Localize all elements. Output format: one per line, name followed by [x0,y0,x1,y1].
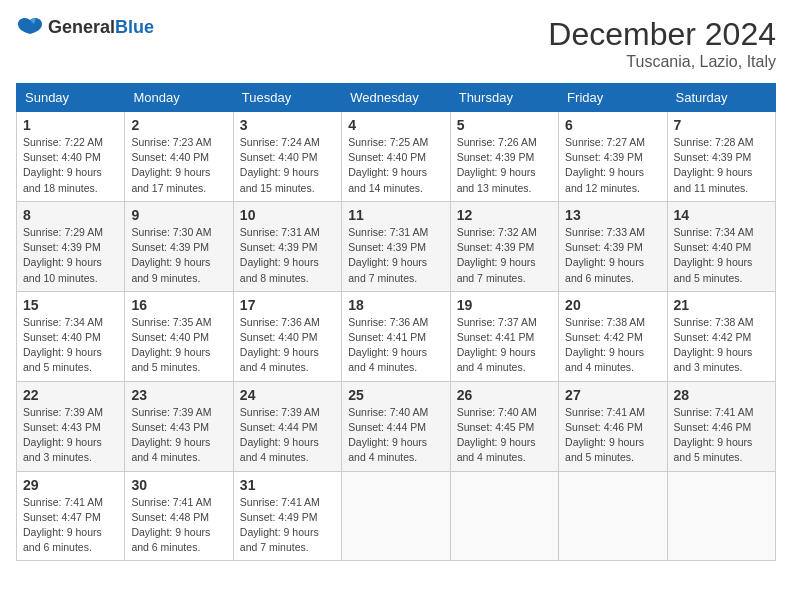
day-cell: 30Sunrise: 7:41 AM Sunset: 4:48 PM Dayli… [125,471,233,561]
day-number: 31 [240,477,335,493]
day-cell: 9Sunrise: 7:30 AM Sunset: 4:39 PM Daylig… [125,201,233,291]
day-cell: 20Sunrise: 7:38 AM Sunset: 4:42 PM Dayli… [559,291,667,381]
day-number: 29 [23,477,118,493]
day-cell: 14Sunrise: 7:34 AM Sunset: 4:40 PM Dayli… [667,201,775,291]
day-number: 14 [674,207,769,223]
day-cell: 5Sunrise: 7:26 AM Sunset: 4:39 PM Daylig… [450,112,558,202]
day-info: Sunrise: 7:38 AM Sunset: 4:42 PM Dayligh… [674,315,769,376]
title-block: December 2024 Tuscania, Lazio, Italy [548,16,776,71]
col-friday: Friday [559,84,667,112]
day-cell [559,471,667,561]
day-info: Sunrise: 7:22 AM Sunset: 4:40 PM Dayligh… [23,135,118,196]
calendar-subtitle: Tuscania, Lazio, Italy [548,53,776,71]
day-info: Sunrise: 7:41 AM Sunset: 4:47 PM Dayligh… [23,495,118,556]
day-info: Sunrise: 7:34 AM Sunset: 4:40 PM Dayligh… [23,315,118,376]
day-cell [667,471,775,561]
day-info: Sunrise: 7:36 AM Sunset: 4:40 PM Dayligh… [240,315,335,376]
col-monday: Monday [125,84,233,112]
day-info: Sunrise: 7:41 AM Sunset: 4:46 PM Dayligh… [674,405,769,466]
day-info: Sunrise: 7:36 AM Sunset: 4:41 PM Dayligh… [348,315,443,376]
logo-text: GeneralBlue [48,17,154,38]
day-cell: 7Sunrise: 7:28 AM Sunset: 4:39 PM Daylig… [667,112,775,202]
day-info: Sunrise: 7:38 AM Sunset: 4:42 PM Dayligh… [565,315,660,376]
week-row-2: 8Sunrise: 7:29 AM Sunset: 4:39 PM Daylig… [17,201,776,291]
day-number: 9 [131,207,226,223]
day-cell: 27Sunrise: 7:41 AM Sunset: 4:46 PM Dayli… [559,381,667,471]
day-number: 10 [240,207,335,223]
day-number: 30 [131,477,226,493]
logo-blue: Blue [115,17,154,37]
day-number: 22 [23,387,118,403]
day-cell: 6Sunrise: 7:27 AM Sunset: 4:39 PM Daylig… [559,112,667,202]
day-number: 15 [23,297,118,313]
day-info: Sunrise: 7:33 AM Sunset: 4:39 PM Dayligh… [565,225,660,286]
col-tuesday: Tuesday [233,84,341,112]
day-cell: 12Sunrise: 7:32 AM Sunset: 4:39 PM Dayli… [450,201,558,291]
day-cell: 3Sunrise: 7:24 AM Sunset: 4:40 PM Daylig… [233,112,341,202]
day-number: 12 [457,207,552,223]
day-info: Sunrise: 7:31 AM Sunset: 4:39 PM Dayligh… [240,225,335,286]
week-row-5: 29Sunrise: 7:41 AM Sunset: 4:47 PM Dayli… [17,471,776,561]
col-wednesday: Wednesday [342,84,450,112]
day-number: 24 [240,387,335,403]
day-cell: 16Sunrise: 7:35 AM Sunset: 4:40 PM Dayli… [125,291,233,381]
day-cell: 10Sunrise: 7:31 AM Sunset: 4:39 PM Dayli… [233,201,341,291]
day-info: Sunrise: 7:26 AM Sunset: 4:39 PM Dayligh… [457,135,552,196]
day-cell: 17Sunrise: 7:36 AM Sunset: 4:40 PM Dayli… [233,291,341,381]
calendar-header-row: Sunday Monday Tuesday Wednesday Thursday… [17,84,776,112]
day-number: 6 [565,117,660,133]
day-cell: 13Sunrise: 7:33 AM Sunset: 4:39 PM Dayli… [559,201,667,291]
logo-icon [16,16,44,38]
logo: GeneralBlue [16,16,154,38]
day-number: 20 [565,297,660,313]
day-info: Sunrise: 7:31 AM Sunset: 4:39 PM Dayligh… [348,225,443,286]
page-header: GeneralBlue December 2024 Tuscania, Lazi… [16,16,776,71]
day-info: Sunrise: 7:39 AM Sunset: 4:43 PM Dayligh… [131,405,226,466]
day-cell: 1Sunrise: 7:22 AM Sunset: 4:40 PM Daylig… [17,112,125,202]
day-number: 11 [348,207,443,223]
week-row-1: 1Sunrise: 7:22 AM Sunset: 4:40 PM Daylig… [17,112,776,202]
day-number: 18 [348,297,443,313]
calendar-table: Sunday Monday Tuesday Wednesday Thursday… [16,83,776,561]
day-cell: 4Sunrise: 7:25 AM Sunset: 4:40 PM Daylig… [342,112,450,202]
day-info: Sunrise: 7:27 AM Sunset: 4:39 PM Dayligh… [565,135,660,196]
calendar-body: 1Sunrise: 7:22 AM Sunset: 4:40 PM Daylig… [17,112,776,561]
day-number: 2 [131,117,226,133]
calendar-title: December 2024 [548,16,776,53]
day-info: Sunrise: 7:40 AM Sunset: 4:44 PM Dayligh… [348,405,443,466]
day-cell: 23Sunrise: 7:39 AM Sunset: 4:43 PM Dayli… [125,381,233,471]
day-info: Sunrise: 7:41 AM Sunset: 4:46 PM Dayligh… [565,405,660,466]
day-number: 3 [240,117,335,133]
day-number: 1 [23,117,118,133]
day-number: 27 [565,387,660,403]
day-cell: 29Sunrise: 7:41 AM Sunset: 4:47 PM Dayli… [17,471,125,561]
day-number: 21 [674,297,769,313]
day-cell: 18Sunrise: 7:36 AM Sunset: 4:41 PM Dayli… [342,291,450,381]
day-info: Sunrise: 7:41 AM Sunset: 4:48 PM Dayligh… [131,495,226,556]
day-cell: 25Sunrise: 7:40 AM Sunset: 4:44 PM Dayli… [342,381,450,471]
day-number: 4 [348,117,443,133]
day-number: 23 [131,387,226,403]
day-cell: 22Sunrise: 7:39 AM Sunset: 4:43 PM Dayli… [17,381,125,471]
logo-general: General [48,17,115,37]
day-cell [342,471,450,561]
day-number: 7 [674,117,769,133]
day-info: Sunrise: 7:32 AM Sunset: 4:39 PM Dayligh… [457,225,552,286]
week-row-4: 22Sunrise: 7:39 AM Sunset: 4:43 PM Dayli… [17,381,776,471]
col-saturday: Saturday [667,84,775,112]
day-number: 8 [23,207,118,223]
day-number: 28 [674,387,769,403]
week-row-3: 15Sunrise: 7:34 AM Sunset: 4:40 PM Dayli… [17,291,776,381]
day-number: 16 [131,297,226,313]
day-info: Sunrise: 7:30 AM Sunset: 4:39 PM Dayligh… [131,225,226,286]
day-info: Sunrise: 7:37 AM Sunset: 4:41 PM Dayligh… [457,315,552,376]
day-number: 13 [565,207,660,223]
day-cell: 8Sunrise: 7:29 AM Sunset: 4:39 PM Daylig… [17,201,125,291]
day-cell: 31Sunrise: 7:41 AM Sunset: 4:49 PM Dayli… [233,471,341,561]
day-cell: 2Sunrise: 7:23 AM Sunset: 4:40 PM Daylig… [125,112,233,202]
day-info: Sunrise: 7:35 AM Sunset: 4:40 PM Dayligh… [131,315,226,376]
day-cell: 11Sunrise: 7:31 AM Sunset: 4:39 PM Dayli… [342,201,450,291]
day-cell [450,471,558,561]
day-info: Sunrise: 7:39 AM Sunset: 4:43 PM Dayligh… [23,405,118,466]
day-info: Sunrise: 7:24 AM Sunset: 4:40 PM Dayligh… [240,135,335,196]
